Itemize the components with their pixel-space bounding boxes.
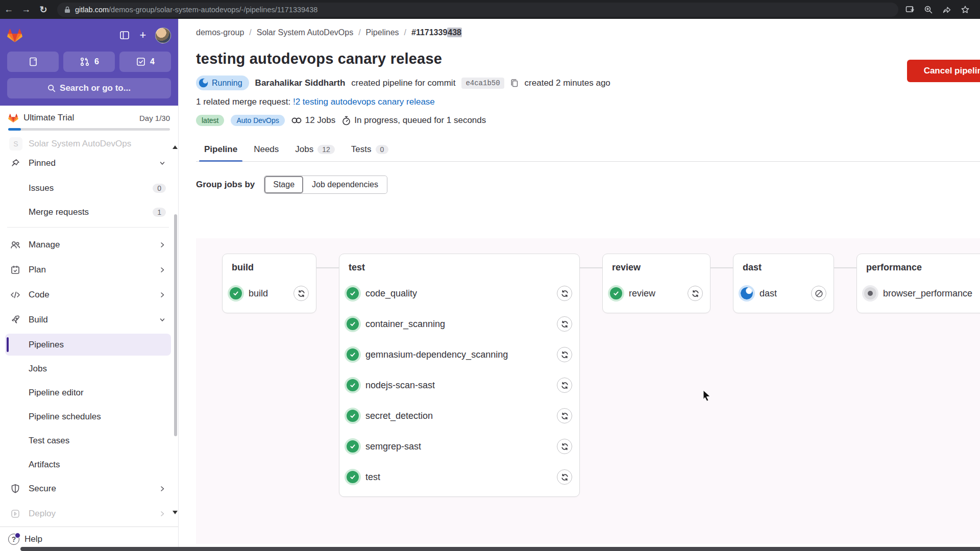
cancel-pipeline-button[interactable]: Cancel pipeline	[907, 60, 980, 82]
retry-job-button[interactable]	[557, 316, 572, 332]
sidebar-scrollbar[interactable]	[174, 214, 177, 436]
sidebar-item-artifacts[interactable]: Artifacts	[5, 454, 171, 475]
related-mr-link[interactable]: !2 testing autodevops canary release	[293, 97, 435, 107]
browser-forward-icon[interactable]: →	[17, 4, 35, 15]
retry-job-button[interactable]	[557, 469, 572, 485]
status-created-icon	[864, 287, 876, 299]
address-bar[interactable]: gitlab.com/demos-group/solar-system-auto…	[57, 3, 898, 17]
sidebar-item-test-cases[interactable]: Test cases	[5, 430, 171, 452]
status-running-icon	[741, 287, 753, 299]
chevron-right-icon	[159, 485, 166, 493]
retry-job-button[interactable]	[557, 408, 572, 423]
status-success-icon	[347, 410, 359, 422]
breadcrumb-link-demos-group[interactable]: demos-group	[196, 28, 244, 37]
sidebar-item-issues[interactable]: Issues 0	[5, 177, 171, 199]
pipeline-graph: build build test code_quality container_…	[196, 238, 980, 544]
breadcrumb-current-pipeline-id: #1171339438	[411, 28, 462, 37]
job-gemnasium-dependency-scanning[interactable]: gemnasium-dependency_scanning	[347, 342, 572, 367]
job-dast[interactable]: dast	[741, 281, 826, 306]
retry-job-button[interactable]	[557, 286, 572, 301]
group-by-option-stage[interactable]: Stage	[264, 176, 303, 193]
sidebar-item-secure[interactable]: Secure	[5, 478, 171, 500]
sidebar-button-todo-check[interactable]: 4	[119, 52, 171, 72]
sidebar-item-merge-requests[interactable]: Merge requests 1	[5, 201, 171, 223]
scrollbar-up-arrow[interactable]	[173, 145, 178, 149]
collapse-sidebar-icon[interactable]	[115, 27, 134, 44]
scrollbar-down-arrow[interactable]	[173, 511, 178, 514]
retry-job-button[interactable]	[557, 347, 572, 362]
pipeline-status-row: Running Barahalikar Siddharth created pi…	[196, 76, 980, 90]
job-semgrep-sast[interactable]: semgrep-sast	[347, 434, 572, 459]
commit-sha-chip[interactable]: e4ca1b50	[461, 78, 504, 89]
chevron-down-icon	[159, 159, 166, 167]
search-button[interactable]: Search or go to...	[7, 78, 171, 98]
job-test[interactable]: test	[347, 465, 572, 489]
share-icon[interactable]	[942, 5, 959, 14]
sidebar-item-project-context[interactable]: S Solar System AutoDevOps	[5, 136, 171, 152]
zoom-page-icon[interactable]	[924, 5, 940, 14]
chevron-right-icon	[159, 241, 166, 249]
group-by-option-job-dependencies[interactable]: Job dependencies	[303, 176, 387, 193]
sidebar-item-deploy[interactable]: Deploy	[5, 503, 171, 525]
trial-widget[interactable]: Ultimate Trial Day 1/30	[0, 106, 178, 136]
issues-board-icon	[28, 57, 38, 67]
status-badge[interactable]: Running	[196, 76, 249, 90]
tab-tests[interactable]: Tests 0	[343, 139, 397, 161]
chevron-right-icon	[159, 291, 166, 299]
job-nodejs-scan-sast[interactable]: nodejs-scan-sast	[347, 373, 572, 397]
install-icon[interactable]	[905, 5, 922, 14]
status-success-icon	[347, 379, 359, 391]
job-browser-performance[interactable]: browser_performance	[864, 281, 980, 306]
sidebar-header: + 64 Search or go to...	[0, 19, 178, 106]
stage-name: dast	[743, 262, 826, 273]
retry-job-button[interactable]	[293, 286, 309, 301]
merge-request-icon	[79, 57, 90, 67]
sidebar-item-pipeline-schedules[interactable]: Pipeline schedules	[5, 406, 171, 428]
selected-text: 438	[447, 28, 462, 37]
horizontal-scrollbar[interactable]	[20, 547, 980, 551]
bookmark-star-icon[interactable]	[961, 5, 977, 14]
page-title: testing autodevops canary release	[196, 51, 980, 67]
browser-back-icon[interactable]: ←	[0, 4, 17, 15]
tab-needs[interactable]: Needs	[246, 139, 287, 161]
browser-reload-icon[interactable]: ↻	[35, 4, 52, 15]
job-build[interactable]: build	[230, 281, 309, 306]
retry-job-button[interactable]	[688, 286, 703, 301]
sidebar-button-merge-request[interactable]: 6	[63, 52, 115, 72]
breadcrumb-separator: /	[358, 28, 360, 37]
sidebar-nav: S Solar System AutoDevOps Pinned Issues …	[0, 136, 178, 527]
count-badge: 1	[153, 208, 166, 217]
sidebar-item-manage[interactable]: Manage	[5, 234, 171, 256]
autodevops-badge[interactable]: Auto DevOps	[231, 115, 284, 126]
sidebar-item-pipelines[interactable]: Pipelines	[5, 334, 171, 356]
retry-job-button[interactable]	[557, 378, 572, 393]
code-icon	[9, 290, 21, 300]
job-code-quality[interactable]: code_quality	[347, 281, 572, 306]
sidebar-item-pipeline-editor[interactable]: Pipeline editor	[5, 382, 171, 404]
sidebar-item-pinned[interactable]: Pinned	[5, 152, 171, 174]
sidebar-item-jobs[interactable]: Jobs	[5, 358, 171, 380]
stage-card-review: review review	[602, 254, 710, 313]
stage-name: build	[232, 262, 309, 273]
job-container-scanning[interactable]: container_scanning	[347, 312, 572, 336]
cancel-job-button[interactable]	[811, 286, 826, 301]
job-review[interactable]: review	[610, 281, 703, 306]
sidebar-item-plan[interactable]: Plan	[5, 259, 171, 281]
job-secret-detection[interactable]: secret_detection	[347, 404, 572, 428]
sidebar-button-issues-board[interactable]	[7, 52, 59, 72]
breadcrumb-link-solar-system-autodevops[interactable]: Solar System AutoDevOps	[257, 28, 353, 37]
breadcrumb-link-pipelines[interactable]: Pipelines	[366, 28, 399, 37]
gitlab-logo[interactable]	[7, 28, 22, 43]
pipeline-author[interactable]: Barahalikar Siddharth	[255, 78, 346, 88]
sidebar-item-code[interactable]: Code	[5, 284, 171, 306]
tab-jobs[interactable]: Jobs 12	[287, 139, 343, 161]
sidebar-item-build[interactable]: Build	[5, 309, 171, 331]
retry-job-button[interactable]	[557, 439, 572, 454]
pipeline-tabs: Pipeline Needs Jobs 12 Tests 0	[196, 139, 980, 162]
copy-commit-icon[interactable]	[510, 79, 519, 87]
create-new-icon[interactable]: +	[134, 27, 152, 44]
tab-pipeline[interactable]: Pipeline	[196, 139, 246, 161]
user-avatar[interactable]	[155, 28, 171, 43]
rocket-icon	[9, 315, 21, 325]
status-success-icon	[347, 287, 359, 299]
